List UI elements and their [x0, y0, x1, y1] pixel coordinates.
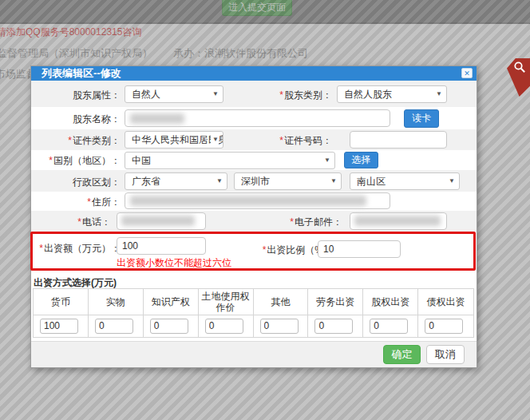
shareholder-type-label: *股东类别： [223, 89, 332, 102]
magnifier-icon [513, 61, 526, 73]
shareholder-name-label: 股东名称： [31, 113, 121, 126]
chevron-down-icon: ▼ [211, 132, 219, 148]
chevron-down-icon: ▼ [330, 173, 337, 189]
chevron-down-icon: ▼ [436, 86, 442, 102]
contribution-section-title: 出资方式选择(万元) [31, 275, 477, 288]
close-icon[interactable]: ✕ [461, 68, 473, 78]
country-select[interactable]: 中国 ▼ [125, 152, 335, 169]
redacted-email [354, 216, 441, 226]
cert-no-input[interactable] [350, 131, 447, 149]
shareholder-attr-select[interactable]: 自然人 ▼ [125, 85, 223, 103]
contribution-input-labor[interactable] [314, 319, 353, 334]
row-address: *住所： [31, 192, 477, 211]
row-contribution: *出资额（万元）： 出资额小数位不能超过六位 *出资比例（%）： [31, 232, 477, 275]
contribution-table-header: 货币 实物 知识产权 土地使用权作价 其他 劳务出资 股权出资 债权出资 [34, 289, 473, 315]
region-label: 行政区划： [31, 176, 121, 189]
contribution-table: 货币 实物 知识产权 土地使用权作价 其他 劳务出资 股权出资 债权出资 [33, 288, 474, 338]
col-header: 货币 [34, 289, 89, 315]
amount-input[interactable] [117, 237, 206, 255]
phone-label: *电话： [31, 216, 111, 229]
city-select[interactable]: 深圳市 ▼ [234, 172, 342, 190]
read-card-button[interactable]: 读卡 [404, 109, 439, 128]
redacted-phone [121, 216, 195, 226]
qq-service-notice: 请添加QQ服务号8000012315咨询 [0, 26, 141, 39]
country-label: *国别（地区）： [31, 154, 121, 168]
shareholder-type-select[interactable]: 自然人股东 ▼ [337, 85, 447, 103]
row-country: *国别（地区）： 中国 ▼ 选择 [31, 150, 477, 170]
amount-error-text: 出资额小数位不能超过六位 [117, 256, 231, 270]
district-select[interactable]: 南山区 ▼ [350, 172, 460, 190]
agency-line: 监督管理局（深圳市知识产权局）承办：浪潮软件股份有限公司 [0, 46, 308, 61]
col-header: 知识产权 [144, 289, 199, 315]
redacted-name [130, 113, 184, 124]
col-header: 劳务出资 [308, 289, 363, 315]
contribution-table-values [34, 315, 473, 338]
col-header: 债权出资 [418, 289, 473, 315]
cancel-button[interactable]: 取消 [426, 345, 465, 364]
row-phone-email: *电话： *电子邮件： [31, 211, 477, 232]
contribution-input-ip[interactable] [150, 319, 188, 334]
edit-dialog: 列表编辑区--修改 ✕ 股东属性： 自然人 ▼ *股东类别： 自然人股东 ▼ 股… [30, 65, 477, 368]
chevron-down-icon: ▼ [449, 173, 455, 189]
contribution-input-currency[interactable] [40, 319, 78, 334]
col-header: 实物 [89, 289, 144, 315]
contribution-input-land[interactable] [205, 319, 243, 334]
province-select[interactable]: 广东省 ▼ [125, 172, 227, 190]
confirm-button[interactable]: 确定 [383, 345, 421, 364]
chevron-down-icon: ▼ [212, 86, 219, 102]
agency-text: 监督管理局（深圳市知识产权局） [0, 47, 152, 59]
cert-type-label: *证件类别： [31, 134, 121, 148]
amount-label: *出资额（万元）： [31, 242, 121, 256]
col-header: 股权出资 [363, 289, 418, 315]
undertaker-text: 承办：浪潮软件股份有限公司 [173, 47, 308, 59]
row-region: 行政区划： 广东省 ▼ 深圳市 ▼ 南山区 ▼ [31, 170, 477, 192]
dialog-footer: 确定 取消 [31, 341, 477, 367]
chevron-down-icon: ▼ [216, 173, 223, 189]
redacted-address [130, 196, 366, 206]
contribution-input-debt[interactable] [425, 319, 463, 334]
contribution-input-equity[interactable] [370, 319, 408, 334]
row-shareholder-name: 股东名称： 读卡 [31, 107, 477, 129]
contribution-input-physical[interactable] [95, 319, 133, 334]
col-header: 土地使用权作价 [199, 289, 254, 315]
cert-no-label: *证件号码： [223, 134, 332, 148]
dialog-title-bar[interactable]: 列表编辑区--修改 ✕ [31, 66, 477, 81]
contribution-input-other[interactable] [260, 319, 299, 334]
dialog-title: 列表编辑区--修改 [42, 67, 121, 79]
ratio-input[interactable] [318, 240, 401, 258]
col-header: 其他 [254, 289, 309, 315]
cert-type-select[interactable]: 中华人民共和国居民身份证 ▼ [125, 131, 223, 149]
chevron-down-icon: ▼ [324, 153, 330, 168]
email-label: *电子邮件： [223, 216, 342, 229]
address-label: *住所： [31, 196, 121, 209]
enter-submit-page-button[interactable]: 进入提交页面 [222, 0, 292, 16]
row-shareholder-attr-type: 股东属性： 自然人 ▼ *股东类别： 自然人股东 ▼ [31, 81, 477, 107]
select-button[interactable]: 选择 [344, 152, 378, 168]
shareholder-attr-label: 股东属性： [31, 89, 121, 102]
row-cert: *证件类别： 中华人民共和国居民身份证 ▼ *证件号码： [31, 129, 477, 150]
